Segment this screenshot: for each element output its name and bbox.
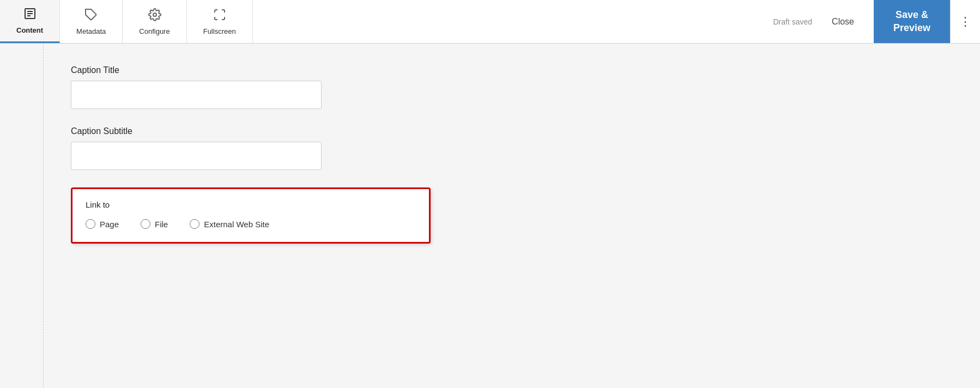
caption-subtitle-field: Caption Subtitle — [71, 126, 953, 170]
svg-point-5 — [153, 13, 156, 16]
save-preview-button[interactable]: Save &Preview — [874, 0, 950, 43]
radio-option-external[interactable]: External Web Site — [190, 219, 269, 229]
close-button[interactable]: Close — [823, 13, 863, 31]
radio-external-input[interactable] — [190, 219, 199, 229]
main-content: Caption Title Caption Subtitle Link to P… — [0, 44, 980, 388]
tab-fullscreen[interactable]: Fullscreen — [187, 0, 253, 43]
content-area: Caption Title Caption Subtitle Link to P… — [44, 44, 980, 388]
radio-page-input[interactable] — [86, 219, 95, 229]
tab-configure[interactable]: Configure — [123, 0, 186, 43]
link-to-section: Link to Page File External Web Site — [71, 187, 431, 244]
draft-status: Draft saved — [773, 17, 813, 26]
more-options-button[interactable]: ⋮ — [950, 0, 980, 43]
save-preview-label: Save &Preview — [893, 9, 930, 34]
toolbar-spacer — [253, 0, 763, 43]
toolbar: Content Metadata Configure — [0, 0, 980, 44]
configure-icon — [148, 8, 161, 24]
left-sidebar — [0, 44, 44, 388]
tab-content-label: Content — [16, 26, 43, 34]
caption-subtitle-label: Caption Subtitle — [71, 126, 953, 136]
link-to-label: Link to — [86, 200, 416, 209]
tab-fullscreen-label: Fullscreen — [203, 27, 236, 35]
toolbar-actions: Draft saved Close — [763, 0, 874, 43]
tab-metadata-label: Metadata — [76, 27, 106, 35]
more-options-icon: ⋮ — [959, 15, 971, 29]
radio-option-page[interactable]: Page — [86, 219, 119, 229]
radio-file-label: File — [155, 220, 168, 229]
radio-option-file[interactable]: File — [141, 219, 168, 229]
app-container: Content Metadata Configure — [0, 0, 980, 388]
radio-page-label: Page — [100, 220, 119, 229]
tab-metadata[interactable]: Metadata — [60, 0, 123, 43]
caption-title-input[interactable] — [71, 81, 322, 109]
caption-subtitle-input[interactable] — [71, 142, 322, 170]
fullscreen-icon — [213, 8, 226, 24]
caption-title-field: Caption Title — [71, 65, 953, 109]
radio-external-label: External Web Site — [204, 220, 269, 229]
metadata-icon — [84, 8, 98, 24]
content-icon — [23, 7, 37, 23]
radio-file-input[interactable] — [141, 219, 150, 229]
tab-content[interactable]: Content — [0, 0, 60, 43]
tab-configure-label: Configure — [139, 27, 170, 35]
link-to-radio-group: Page File External Web Site — [86, 219, 416, 229]
caption-title-label: Caption Title — [71, 65, 953, 75]
